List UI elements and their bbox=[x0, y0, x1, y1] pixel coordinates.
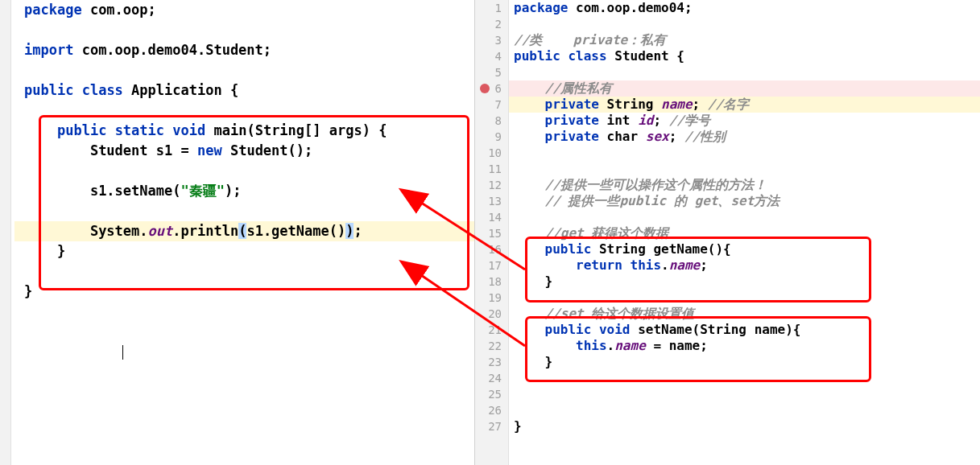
line-number[interactable]: 24 bbox=[475, 370, 508, 386]
code-line: import com.oop.demo04.Student; bbox=[14, 40, 474, 60]
line-number[interactable]: 7 bbox=[475, 97, 508, 113]
code-line: } bbox=[14, 282, 474, 302]
line-number[interactable]: 2 bbox=[475, 16, 508, 32]
line-number[interactable]: 9 bbox=[475, 129, 508, 145]
code-line bbox=[509, 64, 980, 80]
code-line: } bbox=[509, 274, 980, 290]
line-number[interactable]: 10 bbox=[475, 145, 508, 161]
code-line: public class Application { bbox=[14, 80, 474, 101]
code-line bbox=[14, 302, 474, 322]
cursor-line bbox=[14, 342, 474, 362]
code-line: private char sex; //性别 bbox=[509, 129, 980, 145]
code-line: public class Student { bbox=[509, 48, 980, 64]
line-number[interactable]: 14 bbox=[475, 209, 508, 225]
line-number[interactable]: 3 bbox=[475, 32, 508, 48]
code-line: } bbox=[509, 418, 980, 434]
code-line: private String name; //名字 bbox=[509, 97, 980, 113]
code-line: Student s1 = new Student(); bbox=[14, 141, 474, 161]
code-line: public static void main(String[] args) { bbox=[14, 121, 474, 141]
line-number[interactable]: 26 bbox=[475, 402, 508, 418]
code-line bbox=[509, 386, 980, 402]
code-line bbox=[509, 370, 980, 386]
right-gutter[interactable]: 1 2 3 4 5 6 7 8 9 10 11 12 13 14 15 16 1… bbox=[475, 0, 509, 465]
code-line: //提供一些可以操作这个属性的方法！ bbox=[509, 177, 980, 193]
left-gutter bbox=[0, 0, 11, 465]
line-number[interactable]: 22 bbox=[475, 338, 508, 354]
code-line: this.name = name; bbox=[509, 338, 980, 354]
code-line bbox=[509, 402, 980, 418]
line-number[interactable]: 1 bbox=[475, 0, 508, 16]
code-line: s1.setName("秦疆"); bbox=[14, 181, 474, 201]
code-line bbox=[509, 290, 980, 306]
line-number[interactable]: 19 bbox=[475, 290, 508, 306]
breakpoint-icon[interactable] bbox=[480, 84, 490, 93]
code-line: //属性私有 bbox=[509, 80, 980, 97]
line-number[interactable]: 13 bbox=[475, 193, 508, 209]
code-line bbox=[509, 161, 980, 177]
line-number[interactable]: 23 bbox=[475, 354, 508, 370]
code-line bbox=[14, 60, 474, 80]
code-line bbox=[14, 201, 474, 221]
text-cursor-icon bbox=[122, 345, 123, 360]
line-number[interactable]: 27 bbox=[475, 418, 508, 434]
line-number[interactable]: 18 bbox=[475, 274, 508, 290]
code-line: private int id; //学号 bbox=[509, 113, 980, 129]
right-code-editor[interactable]: package com.oop.demo04; //类 private：私有 p… bbox=[509, 0, 980, 465]
line-number[interactable]: 12 bbox=[475, 177, 508, 193]
line-number[interactable]: 21 bbox=[475, 322, 508, 338]
code-line: public void setName(String name){ bbox=[509, 322, 980, 338]
code-line bbox=[14, 261, 474, 282]
code-line bbox=[509, 145, 980, 161]
line-number[interactable]: 16 bbox=[475, 241, 508, 257]
code-line bbox=[14, 322, 474, 342]
left-code-editor[interactable]: package com.oop; import com.oop.demo04.S… bbox=[0, 0, 475, 465]
code-line: return this.name; bbox=[509, 257, 980, 274]
code-line: //类 private：私有 bbox=[509, 32, 980, 48]
code-line: //set 给这个数据设置值 bbox=[509, 306, 980, 322]
line-number[interactable]: 20 bbox=[475, 306, 508, 322]
code-line: public String getName(){ bbox=[509, 241, 980, 257]
line-number[interactable]: 4 bbox=[475, 48, 508, 64]
editor-split-view: package com.oop; import com.oop.demo04.S… bbox=[0, 0, 980, 465]
line-number[interactable]: 5 bbox=[475, 64, 508, 80]
code-line: package com.oop; bbox=[14, 0, 474, 20]
code-line: //get 获得这个数据 bbox=[509, 225, 980, 241]
code-line: package com.oop.demo04; bbox=[509, 0, 980, 16]
code-line bbox=[509, 16, 980, 32]
line-number[interactable]: 15 bbox=[475, 225, 508, 241]
code-line: // 提供一些public 的 get、set方法 bbox=[509, 193, 980, 209]
line-number[interactable]: 17 bbox=[475, 257, 508, 274]
code-line: } bbox=[14, 241, 474, 261]
code-line: } bbox=[509, 354, 980, 370]
line-number[interactable]: 8 bbox=[475, 113, 508, 129]
code-line bbox=[509, 209, 980, 225]
code-line bbox=[14, 101, 474, 121]
line-number[interactable]: 11 bbox=[475, 161, 508, 177]
line-number[interactable]: 25 bbox=[475, 386, 508, 402]
code-line-highlighted: System.out.println(s1.getName()); bbox=[14, 221, 474, 241]
code-line bbox=[14, 20, 474, 40]
code-line bbox=[14, 161, 474, 181]
